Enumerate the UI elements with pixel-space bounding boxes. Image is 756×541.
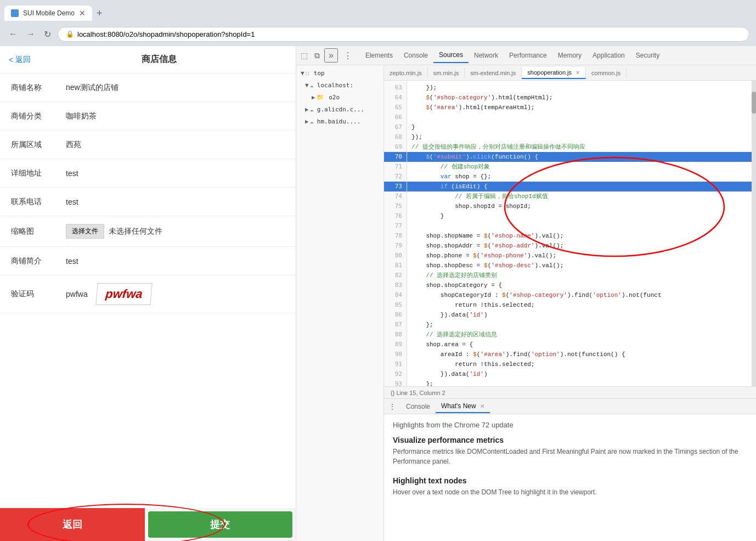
url-text: localhost:8080/o2o/shopadmin/shopoperati… [77, 30, 255, 38]
url-bar[interactable]: 🔒 localhost:8080/o2o/shopadmin/shopopera… [58, 27, 749, 42]
tab-security[interactable]: Security [630, 48, 665, 63]
tree-item-o2o[interactable]: ▶📁 o2o [296, 92, 383, 104]
form-value-thumbnail: 选择文件 未选择任何文件 [66, 224, 285, 239]
file-tabs-bar: zepto.min.js sm.min.js sm-extend.min.js … [384, 65, 756, 81]
form-row-desc: 商铺简介 test [0, 247, 296, 275]
file-tab-smextend[interactable]: sm-extend.min.js [465, 67, 522, 78]
app-back-button[interactable]: < 返回 [9, 55, 31, 65]
devtools-main-split: ▼☐ top ▼☁ localhost: ▶📁 o2o ▶☁ g.alicdn.… [296, 65, 756, 541]
captcha-text: pwfwa [66, 290, 88, 298]
reload-button[interactable]: ↻ [42, 27, 53, 42]
device-toolbar-button[interactable]: ⧉ [312, 50, 322, 61]
form-value-area: 西苑 [66, 140, 285, 150]
new-tab-button[interactable]: + [92, 5, 107, 21]
code-line-76: } [407, 211, 752, 221]
code-line-73: if (isEdit) { [407, 182, 752, 191]
line-83: 83 [384, 280, 407, 290]
line-88: 88 [384, 330, 407, 340]
code-line-93: }; [407, 379, 752, 386]
form-value-address: test [66, 169, 285, 178]
tab-network[interactable]: Network [469, 48, 504, 63]
bottom-devtools-menu[interactable]: ⋮ [388, 402, 396, 411]
file-tab-sm[interactable]: sm.min.js [428, 67, 465, 78]
code-line-88: // 选择选定好的区域信息 [407, 330, 752, 340]
footer-back-button[interactable]: 返回 [0, 508, 145, 541]
tab-sources[interactable]: Sources [433, 48, 469, 63]
code-line-82: // 选择选定好的店铺类别 [407, 270, 752, 280]
section-desc-2: Hover over a text node on the DOM Tree t… [393, 487, 747, 497]
code-line-75: shop.shopId = shopId; [407, 201, 752, 211]
devtools-panel: ⬚ ⧉ » ⋮ Elements Console Sources Network… [296, 46, 756, 541]
bottom-tabs: ⋮ Console What's New ✕ [384, 399, 756, 414]
tree-item-localhost[interactable]: ▼☁ localhost: [296, 80, 383, 92]
code-line-79: shop.shopAddr = $('#shop-addr').val(); [407, 241, 752, 251]
form-value-desc: test [66, 257, 285, 266]
code-line-84: shopCategoryId : $('#shop-category').fin… [407, 290, 752, 300]
code-content: }); $('#shop-category').html(tempHtml); … [407, 81, 752, 386]
devtools-menu-button[interactable]: ⋮ [340, 49, 356, 62]
tree-item-galicdn[interactable]: ▶☁ g.alicdn.c... [296, 104, 383, 116]
line-91: 91 [384, 359, 407, 369]
tab-console[interactable]: Console [398, 48, 433, 63]
more-tabs-button[interactable]: » [324, 48, 338, 63]
line-72: 72 [384, 172, 407, 182]
code-line-92: }).data('id') [407, 369, 752, 379]
file-tab-close-icon[interactable]: ✕ [576, 70, 580, 76]
source-tree: ▼☐ top ▼☁ localhost: ▶📁 o2o ▶☁ g.alicdn.… [296, 65, 384, 541]
code-line-80: shop.phone = $('#shop-phone').val(); [407, 251, 752, 261]
chevron-left-icon: < [9, 55, 13, 64]
form-label-thumbnail: 缩略图 [11, 227, 66, 236]
inspect-element-button[interactable]: ⬚ [298, 50, 310, 61]
code-line-70: $('#submit').click(function() { [407, 152, 752, 162]
form-value-phone: test [66, 198, 285, 206]
scroll-thumb[interactable] [752, 92, 756, 114]
tab-favicon [11, 9, 19, 17]
forward-navigation-button[interactable]: → [24, 27, 37, 41]
form-label-shop-category: 商铺分类 [11, 111, 66, 121]
tab-title: SUI Mobile Demo [23, 9, 75, 17]
form-value-shop-name: new测试的店铺 [66, 83, 285, 93]
scrollbar[interactable] [752, 81, 756, 386]
code-line-63: }); [407, 83, 752, 93]
devtools-bottom: ⋮ Console What's New ✕ Highlights from t… [384, 398, 756, 541]
line-63: 63 [384, 83, 407, 93]
tree-item-hmbaidu[interactable]: ▶☁ hm.baidu.... [296, 116, 383, 128]
line-77: 77 [384, 221, 407, 231]
line-86: 86 [384, 310, 407, 320]
app-header: < 返回 商店信息 [0, 46, 296, 74]
section-desc-1: Performance metrics like DOMContentLoade… [393, 447, 747, 466]
browser-tab[interactable]: SUI Mobile Demo ✕ [4, 5, 92, 21]
status-bar: {} Line 15, Column 2 [384, 386, 756, 398]
bottom-tab-close-icon[interactable]: ✕ [480, 403, 484, 409]
back-navigation-button[interactable]: ← [7, 27, 20, 41]
code-line-74: // 若属于编辑，则给shopId赋值 [407, 191, 752, 201]
bottom-tab-whatsnew[interactable]: What's New ✕ [436, 400, 490, 413]
devtools-toolbar: ⬚ ⧉ » ⋮ [298, 48, 356, 63]
devtools-tabs: ⬚ ⧉ » ⋮ Elements Console Sources Network… [296, 46, 756, 65]
form-label-phone: 联系电话 [11, 197, 66, 207]
file-tab-shopoperation[interactable]: shopoperation.js ✕ [522, 67, 586, 79]
bottom-tab-console[interactable]: Console [400, 401, 436, 413]
line-92: 92 [384, 369, 407, 379]
code-line-87: }; [407, 320, 752, 330]
tab-elements[interactable]: Elements [360, 48, 398, 63]
line-81: 81 [384, 261, 407, 270]
form-row-phone: 联系电话 test [0, 188, 296, 216]
form-row-shop-name: 商铺名称 new测试的店铺 [0, 74, 296, 102]
tab-application[interactable]: Application [587, 48, 630, 63]
code-line-85: return !this.selected; [407, 300, 752, 310]
code-line-89: shop.area = { [407, 340, 752, 350]
code-line-71: // 创建shop对象 [407, 162, 752, 172]
line-80: 80 [384, 251, 407, 261]
choose-file-button[interactable]: 选择文件 [66, 224, 104, 239]
file-tab-zepto[interactable]: zepto.min.js [384, 67, 428, 78]
line-70: 70 [384, 152, 407, 162]
line-90: 90 [384, 350, 407, 359]
tab-close-button[interactable]: ✕ [79, 9, 86, 18]
footer-submit-button[interactable]: 提交 [148, 511, 293, 538]
tab-memory[interactable]: Memory [552, 48, 587, 63]
file-tab-common[interactable]: common.js [586, 67, 627, 78]
tree-item-top[interactable]: ▼☐ top [296, 67, 383, 80]
tab-performance[interactable]: Performance [504, 48, 552, 63]
form-row-address: 详细地址 test [0, 159, 296, 188]
